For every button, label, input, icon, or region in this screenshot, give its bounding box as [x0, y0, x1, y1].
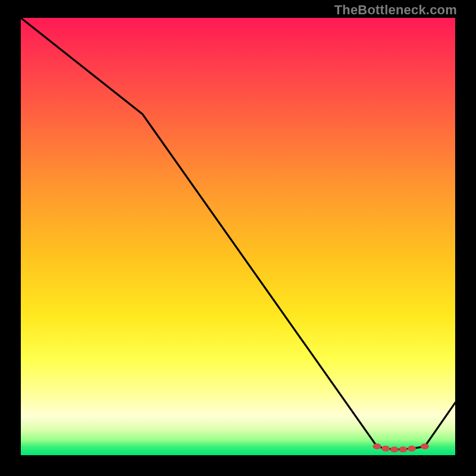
trough-marker [399, 446, 407, 452]
trough-marker [421, 443, 429, 449]
curve-layer [21, 18, 455, 455]
series-curve [21, 18, 455, 449]
trough-marker [373, 443, 381, 449]
trough-markers [373, 443, 429, 452]
trough-marker [381, 446, 390, 452]
chart-frame: TheBottleneck.com [0, 0, 476, 476]
attribution-label: TheBottleneck.com [334, 2, 457, 18]
plot-area [21, 18, 455, 455]
trough-marker [408, 446, 416, 452]
trough-marker [390, 446, 399, 452]
